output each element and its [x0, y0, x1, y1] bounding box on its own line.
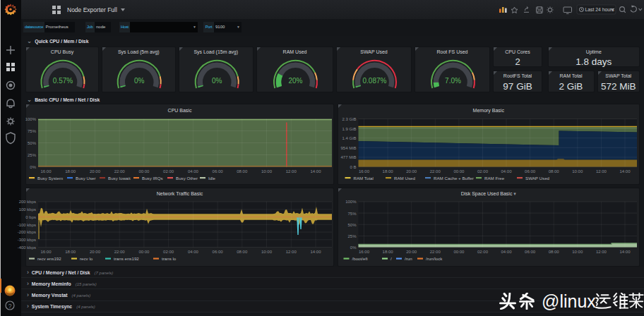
- svg-text:/run/lock: /run/lock: [426, 256, 443, 261]
- svg-text:-100 kbps: -100 kbps: [18, 222, 36, 226]
- svg-text:0 B: 0 B: [350, 165, 356, 169]
- svg-text:20:00: 20:00: [90, 250, 101, 254]
- svg-text:50%: 50%: [347, 222, 357, 226]
- svg-text:477 MiB: 477 MiB: [340, 155, 356, 159]
- svg-text:Last 24 hours: Last 24 hours: [585, 7, 615, 12]
- svg-text:0%: 0%: [350, 245, 356, 249]
- svg-text:100%: 100%: [345, 200, 357, 204]
- svg-text:04:00: 04:00: [188, 250, 199, 254]
- svg-text:RAM Total: RAM Total: [353, 176, 373, 181]
- svg-text:Idle: Idle: [208, 176, 216, 181]
- svg-text:20%: 20%: [288, 77, 302, 85]
- svg-text:22:00: 22:00: [114, 169, 126, 174]
- svg-text:16:00: 16:00: [40, 169, 52, 174]
- svg-text:1.4 GiB: 1.4 GiB: [342, 136, 356, 140]
- svg-text:recv ens192: recv ens192: [37, 256, 61, 261]
- svg-text:25%: 25%: [347, 233, 357, 238]
- svg-text:06:00: 06:00: [213, 169, 224, 174]
- svg-text:Busy Iowait: Busy Iowait: [108, 176, 131, 181]
- svg-text:954 MiB: 954 MiB: [340, 146, 356, 150]
- svg-text:75%: 75%: [28, 129, 37, 133]
- svg-text:75%: 75%: [347, 211, 357, 215]
- svg-text:16:00: 16:00: [358, 169, 369, 174]
- svg-text:12:00: 12:00: [595, 169, 607, 174]
- svg-text:SWAP Used: SWAP Used: [525, 176, 550, 181]
- svg-text:18:00: 18:00: [65, 169, 76, 174]
- svg-text:18:00: 18:00: [382, 169, 393, 174]
- svg-text:08:00: 08:00: [237, 250, 248, 254]
- svg-text:RAM Free: RAM Free: [484, 176, 505, 181]
- svg-text:10:00: 10:00: [572, 250, 583, 254]
- svg-text:0.087%: 0.087%: [363, 77, 387, 85]
- svg-text:200 kbps: 200 kbps: [19, 200, 36, 204]
- svg-text:06:00: 06:00: [213, 250, 224, 254]
- svg-text:-200 kbps: -200 kbps: [18, 230, 36, 234]
- svg-text:00:00: 00:00: [138, 250, 150, 254]
- svg-text:20:00: 20:00: [90, 169, 101, 174]
- svg-text:08:00: 08:00: [237, 169, 248, 174]
- svg-text:14:00: 14:00: [619, 250, 631, 254]
- svg-text:1.9 GiB: 1.9 GiB: [342, 127, 356, 131]
- svg-text:Busy User: Busy User: [76, 176, 96, 181]
- svg-text:0%: 0%: [211, 77, 222, 85]
- svg-text:0 bps: 0 bps: [25, 214, 36, 219]
- svg-text:02:00: 02:00: [477, 250, 488, 254]
- svg-text:00:00: 00:00: [453, 169, 465, 174]
- svg-text:16:00: 16:00: [40, 250, 52, 254]
- svg-text:trans lo: trans lo: [162, 256, 177, 261]
- svg-text:08:00: 08:00: [548, 250, 559, 254]
- svg-text:Busy Other: Busy Other: [176, 176, 198, 181]
- svg-text:00:00: 00:00: [138, 169, 150, 174]
- svg-text:25%: 25%: [28, 153, 37, 157]
- svg-text:10:00: 10:00: [261, 250, 273, 254]
- svg-text:14:00: 14:00: [310, 169, 321, 174]
- svg-text:Busy IRQs: Busy IRQs: [142, 176, 163, 181]
- svg-text:22:00: 22:00: [429, 169, 441, 174]
- svg-text:100 kbps: 100 kbps: [19, 207, 36, 212]
- svg-text:?: ?: [8, 303, 12, 310]
- svg-text:Busy System: Busy System: [37, 176, 63, 181]
- svg-text:06:00: 06:00: [525, 250, 536, 254]
- svg-text:04:00: 04:00: [501, 250, 512, 254]
- svg-text:14:00: 14:00: [619, 169, 631, 174]
- svg-text:12:00: 12:00: [286, 169, 297, 174]
- svg-text:02:00: 02:00: [163, 250, 174, 254]
- svg-text:12:00: 12:00: [286, 250, 297, 254]
- svg-text:06:00: 06:00: [525, 169, 536, 174]
- svg-text:-400 kbps: -400 kbps: [18, 245, 36, 249]
- svg-text:16:00: 16:00: [358, 250, 369, 254]
- svg-text:/run: /run: [405, 256, 412, 261]
- svg-text:-300 kbps: -300 kbps: [18, 238, 36, 242]
- svg-text:12:00: 12:00: [595, 250, 607, 254]
- svg-text:04:00: 04:00: [188, 169, 199, 174]
- svg-text:RAM Cache + Buffer: RAM Cache + Buffer: [434, 176, 474, 181]
- svg-text:100%: 100%: [25, 117, 37, 121]
- svg-text:02:00: 02:00: [477, 169, 488, 174]
- svg-text:2.3 GiB: 2.3 GiB: [342, 117, 356, 121]
- svg-text:0%: 0%: [30, 165, 36, 169]
- svg-text:0%: 0%: [134, 77, 145, 85]
- svg-text:RAM Used: RAM Used: [394, 176, 415, 181]
- svg-text:18:00: 18:00: [382, 250, 393, 254]
- svg-text:10:00: 10:00: [261, 169, 273, 174]
- svg-text:trans ens192: trans ens192: [114, 256, 139, 261]
- svg-text:14:00: 14:00: [310, 250, 321, 254]
- svg-text:18:00: 18:00: [65, 250, 76, 254]
- svg-text:22:00: 22:00: [114, 250, 126, 254]
- svg-text:20:00: 20:00: [406, 250, 417, 254]
- svg-text:recv lo: recv lo: [80, 256, 93, 261]
- svg-text:10:00: 10:00: [572, 169, 583, 174]
- svg-text:50%: 50%: [28, 141, 37, 145]
- svg-text:00:00: 00:00: [453, 250, 465, 254]
- svg-text:0.57%: 0.57%: [53, 77, 73, 85]
- svg-text:20:00: 20:00: [406, 169, 417, 174]
- svg-text:08:00: 08:00: [548, 169, 559, 174]
- svg-text:02:00: 02:00: [163, 169, 174, 174]
- svg-text:04:00: 04:00: [501, 169, 512, 174]
- svg-text:7.0%: 7.0%: [445, 77, 461, 85]
- svg-text:/: /: [390, 256, 392, 261]
- svg-text:/boot/efi: /boot/efi: [352, 256, 367, 261]
- svg-text:22:00: 22:00: [429, 250, 441, 254]
